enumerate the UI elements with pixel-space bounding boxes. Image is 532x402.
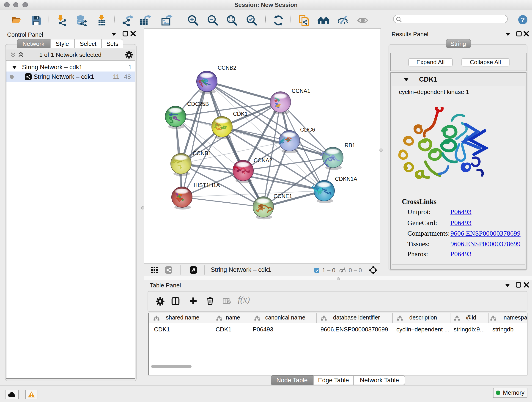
svg-text:CDC6: CDC6 [300,127,315,133]
svg-text:CCNA2: CCNA2 [254,157,272,163]
svg-text:CDC25B: CDC25B [187,101,209,107]
svg-text:CDK1: CDK1 [233,111,248,117]
svg-text:RB1: RB1 [345,142,355,148]
svg-text:CDKN1A: CDKN1A [335,176,357,182]
svg-text:CCNA1: CCNA1 [292,88,310,94]
svg-text:CCNE1: CCNE1 [273,193,292,199]
svg-text:?: ? [521,16,525,23]
svg-text:CCNB2: CCNB2 [218,65,236,71]
svg-text:CCNB1: CCNB1 [193,150,211,156]
svg-text:HIST1H1A: HIST1H1A [194,182,220,188]
